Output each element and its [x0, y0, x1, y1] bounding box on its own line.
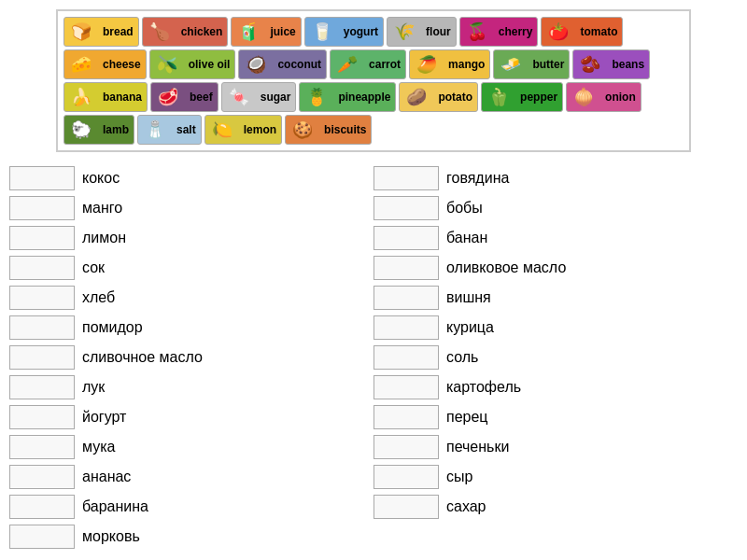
answer-box-left-3[interactable] — [9, 256, 75, 280]
russian-word-left-12: морковь — [82, 528, 140, 545]
answer-box-left-6[interactable] — [9, 345, 75, 370]
word-card-carrot[interactable]: 🥕carrot — [330, 49, 406, 79]
russian-word-right-11: сахар — [446, 498, 486, 515]
beans-label: beans — [607, 58, 649, 71]
word-card-coconut[interactable]: 🥥coconut — [238, 49, 327, 79]
answer-box-left-12[interactable] — [9, 525, 75, 549]
answer-box-right-6[interactable] — [374, 345, 439, 370]
answer-box-left-1[interactable] — [9, 196, 75, 220]
coconut-label: coconut — [273, 58, 326, 71]
russian-word-left-8: йогурт — [82, 409, 126, 426]
answer-box-right-1[interactable] — [374, 196, 439, 220]
answer-box-left-9[interactable] — [9, 435, 75, 459]
cherry-label: cherry — [494, 25, 538, 38]
word-card-lamb[interactable]: 🐑lamb — [63, 115, 134, 145]
word-card-bread[interactable]: 🍞bread — [63, 17, 139, 47]
pineapple-icon: 🍍 — [300, 82, 333, 112]
cheese-icon: 🧀 — [64, 49, 98, 79]
word-card-banana[interactable]: 🍌banana — [63, 82, 148, 112]
answer-box-right-7[interactable] — [374, 375, 439, 399]
word-bank: 🍞bread🍗chicken🧃juice🥛yogurt🌾flour🍒cherry… — [56, 9, 691, 152]
match-row: курица — [374, 315, 738, 340]
beef-label: beef — [185, 91, 218, 104]
russian-word-right-3: оливковое масло — [446, 259, 566, 276]
word-card-pineapple[interactable]: 🍍pineapple — [299, 82, 396, 112]
butter-icon: 🧈 — [494, 49, 528, 79]
answer-box-left-11[interactable] — [9, 495, 75, 519]
match-row: ананас — [9, 465, 374, 489]
cherry-icon: 🍒 — [460, 17, 494, 47]
match-row: перец — [374, 405, 738, 429]
word-card-onion[interactable]: 🧅onion — [566, 82, 641, 112]
russian-word-left-4: хлеб — [82, 289, 115, 306]
salt-icon: 🧂 — [138, 115, 172, 145]
word-card-sugar[interactable]: 🍬sugar — [221, 82, 297, 112]
answer-box-right-4[interactable] — [374, 286, 439, 310]
answer-box-right-5[interactable] — [374, 315, 439, 340]
biscuits-label: biscuits — [319, 123, 371, 136]
russian-word-right-4: вишня — [446, 289, 491, 306]
carrot-label: carrot — [364, 58, 405, 71]
word-card-mango[interactable]: 🥭mango — [409, 49, 490, 79]
word-card-biscuits[interactable]: 🍪biscuits — [285, 115, 372, 145]
answer-box-left-4[interactable] — [9, 286, 75, 310]
match-row: баранина — [9, 495, 374, 519]
biscuits-icon: 🍪 — [286, 115, 319, 145]
word-card-flour[interactable]: 🌾flour — [387, 17, 457, 47]
russian-word-left-0: кокос — [82, 170, 120, 187]
match-row: вишня — [374, 286, 738, 310]
word-card-pepper[interactable]: 🫑pepper — [481, 82, 563, 112]
russian-word-left-5: помидор — [82, 319, 143, 336]
match-row: сахар — [374, 495, 738, 519]
word-card-chicken[interactable]: 🍗chicken — [142, 17, 229, 47]
flour-icon: 🌾 — [388, 17, 421, 47]
tomato-label: tomato — [575, 25, 622, 38]
juice-icon: 🧃 — [232, 17, 265, 47]
yogurt-icon: 🥛 — [305, 17, 339, 47]
juice-label: juice — [265, 25, 300, 38]
word-card-beans[interactable]: 🫘beans — [572, 49, 650, 79]
word-card-olive_oil[interactable]: 🫒olive oil — [149, 49, 236, 79]
word-card-potato[interactable]: 🥔potato — [399, 82, 478, 112]
answer-box-right-10[interactable] — [374, 465, 439, 489]
word-card-cheese[interactable]: 🧀cheese — [63, 49, 147, 79]
coconut-icon: 🥥 — [239, 49, 273, 79]
answer-box-right-11[interactable] — [374, 495, 439, 519]
answer-box-right-8[interactable] — [374, 405, 439, 429]
yogurt-label: yogurt — [339, 25, 383, 38]
word-card-beef[interactable]: 🥩beef — [150, 82, 218, 112]
answer-box-left-5[interactable] — [9, 315, 75, 340]
russian-word-right-10: сыр — [446, 469, 472, 485]
salt-label: salt — [172, 123, 201, 136]
bread-label: bread — [98, 25, 138, 38]
tomato-icon: 🍅 — [542, 17, 575, 47]
answer-box-right-3[interactable] — [374, 256, 439, 280]
word-card-lemon[interactable]: 🍋lemon — [204, 115, 282, 145]
answer-box-left-0[interactable] — [9, 166, 75, 190]
answer-box-left-10[interactable] — [9, 465, 75, 489]
answer-box-left-8[interactable] — [9, 405, 75, 429]
word-card-salt[interactable]: 🧂salt — [137, 115, 202, 145]
bread-icon: 🍞 — [64, 17, 98, 47]
carrot-icon: 🥕 — [331, 49, 364, 79]
word-card-tomato[interactable]: 🍅tomato — [541, 17, 623, 47]
flour-label: flour — [421, 25, 456, 38]
answer-box-left-7[interactable] — [9, 375, 75, 399]
russian-word-right-9: печеньки — [446, 439, 509, 455]
match-row: лимон — [9, 226, 374, 250]
beans-icon: 🫘 — [573, 49, 607, 79]
match-row: йогурт — [9, 405, 374, 429]
word-card-juice[interactable]: 🧃juice — [231, 17, 301, 47]
potato-label: potato — [433, 91, 477, 104]
word-card-cherry[interactable]: 🍒cherry — [459, 17, 539, 47]
match-row: картофель — [374, 375, 738, 399]
lamb-label: lamb — [98, 123, 134, 136]
answer-box-left-2[interactable] — [9, 226, 75, 250]
word-card-butter[interactable]: 🧈butter — [493, 49, 570, 79]
word-card-yogurt[interactable]: 🥛yogurt — [304, 17, 384, 47]
answer-box-right-2[interactable] — [374, 226, 439, 250]
butter-label: butter — [528, 58, 569, 71]
answer-box-right-9[interactable] — [374, 435, 439, 459]
answer-box-right-0[interactable] — [374, 166, 439, 190]
russian-word-right-0: говядина — [446, 170, 509, 187]
